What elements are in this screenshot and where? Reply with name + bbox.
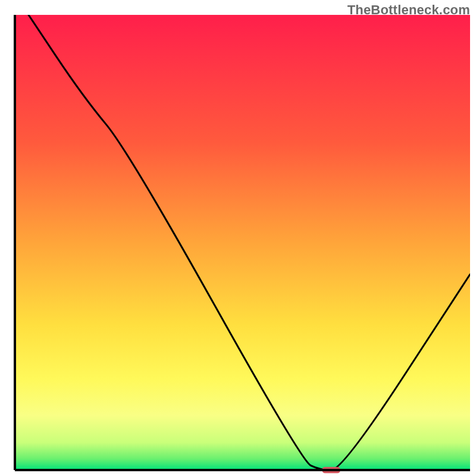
chart-container: TheBottleneck.com <box>0 0 476 476</box>
watermark-text: TheBottleneck.com <box>347 2 470 18</box>
plot-background <box>15 15 470 470</box>
bottleneck-chart <box>0 0 476 476</box>
